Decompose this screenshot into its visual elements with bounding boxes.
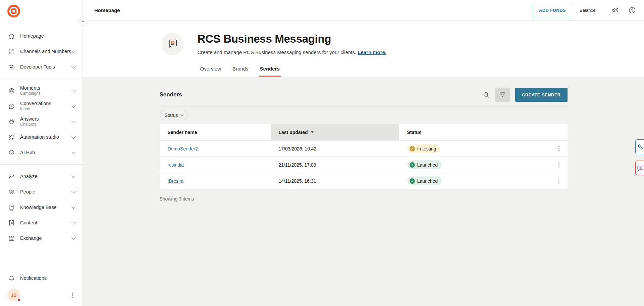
- sidebar: Homepage Channels and Numbers Developer …: [0, 0, 83, 306]
- account-row: JD: [0, 286, 83, 301]
- sender-name-link[interactable]: rcsindia: [168, 162, 184, 168]
- table-header-row: Sender name Last updated Status: [160, 124, 568, 140]
- chevron-down-icon: [71, 150, 76, 154]
- channels-icon: [7, 47, 15, 55]
- chevron-down-icon: [71, 119, 76, 123]
- chevron-down-icon: [71, 103, 76, 108]
- sort-desc-icon: [311, 131, 314, 133]
- chevron-down-icon: [71, 64, 76, 69]
- learn-more-link[interactable]: Learn more.: [358, 49, 386, 55]
- section-title: Senders: [160, 91, 182, 98]
- main-area: Homepage ADD FUNDS Balance: [83, 0, 644, 306]
- status-badge: Launched: [407, 160, 442, 169]
- ai-hub-icon: [7, 148, 15, 157]
- column-header-last-updated[interactable]: Last updated: [271, 124, 399, 140]
- knowledge-base-icon: [7, 203, 15, 211]
- tab-overview[interactable]: Overview: [199, 64, 223, 77]
- chevron-down-icon: [71, 220, 76, 224]
- table-row: DemoSender2 17/03/2026, 10:42 In testing: [160, 140, 568, 157]
- help-icon[interactable]: [627, 6, 637, 15]
- sidebar-item-conversations[interactable]: Conversations Inbox: [0, 98, 83, 114]
- topbar: Homepage ADD FUNDS Balance: [83, 0, 644, 21]
- sidebar-item-homepage[interactable]: Homepage: [0, 28, 83, 44]
- sidebar-item-channels-and-numbers[interactable]: Channels and Numbers: [0, 44, 83, 59]
- chevron-down-icon: [71, 134, 76, 139]
- sidebar-divider: [0, 79, 83, 79]
- logo-inner-ring: [11, 8, 16, 14]
- status-filter-chip[interactable]: Status: [160, 110, 189, 120]
- sidebar-collapse-button[interactable]: «: [78, 16, 88, 26]
- check-circle-icon: [410, 162, 415, 168]
- infobip-logo[interactable]: [0, 0, 83, 17]
- in-progress-icon: [410, 146, 415, 151]
- sender-name-link[interactable]: IBrcsInt: [168, 178, 183, 184]
- breadcrumb[interactable]: Homepage: [94, 7, 120, 13]
- topbar-divider: [603, 6, 603, 15]
- notifications-label: Notifications: [20, 275, 76, 281]
- column-header-status[interactable]: Status: [399, 124, 568, 140]
- sidebar-divider: [0, 164, 83, 165]
- balance-label[interactable]: Balance: [580, 8, 595, 13]
- developer-tools-icon: [7, 63, 15, 71]
- sidebar-item-developer-tools[interactable]: Developer Tools: [0, 59, 83, 75]
- page-title: RCS Business Messaging: [198, 33, 387, 45]
- content-icon: [7, 219, 15, 227]
- items-count-text: Showing 3 items: [160, 196, 568, 215]
- automation-studio-icon: [7, 133, 15, 141]
- senders-table: Sender name Last updated Status DemoSend…: [160, 124, 568, 189]
- ai-assistant-flyout-button[interactable]: [635, 161, 644, 175]
- table-row: IBrcsInt 14/11/2025, 16:31 Launched: [160, 173, 568, 189]
- sidebar-item-notifications[interactable]: Notifications: [0, 270, 83, 286]
- last-updated-cell: 17/03/2026, 10:42: [271, 146, 399, 151]
- sidebar-item-automation-studio[interactable]: Automation studio: [0, 129, 83, 145]
- row-actions-kebab-icon[interactable]: [556, 160, 561, 169]
- sidebar-item-ai-hub[interactable]: AI Hub: [0, 145, 83, 160]
- sidebar-item-knowledge-base[interactable]: Knowledge Base: [0, 200, 83, 215]
- tab-brands[interactable]: Brands: [231, 64, 250, 77]
- integrations-flyout-button[interactable]: [635, 139, 644, 154]
- mute-sound-icon[interactable]: [610, 6, 620, 15]
- create-sender-button[interactable]: CREATE SENDER: [515, 88, 567, 102]
- chevron-down-icon: [71, 49, 76, 53]
- home-icon: [7, 32, 15, 40]
- sidebar-item-people[interactable]: People: [0, 184, 83, 200]
- add-funds-button[interactable]: ADD FUNDS: [533, 4, 572, 17]
- sidebar-item-analyze[interactable]: Analyze: [0, 169, 83, 184]
- filter-button[interactable]: [495, 88, 510, 102]
- account-menu-kebab-icon[interactable]: [70, 291, 75, 300]
- presence-dot: [17, 298, 21, 302]
- tab-bar: OverviewBrandsSenders: [199, 64, 568, 77]
- sidebar-bottom: Notifications JD: [0, 267, 83, 306]
- exchange-icon: [7, 234, 15, 242]
- sender-name-link[interactable]: DemoSender2: [168, 146, 198, 151]
- status-badge: Launched: [407, 176, 442, 185]
- people-icon: [7, 188, 15, 196]
- sidebar-item-exchange[interactable]: Exchange: [0, 230, 83, 246]
- senders-section: Senders CREATE SENDER Status: [83, 77, 644, 306]
- answers-icon: [7, 118, 15, 126]
- gears-icon: [637, 143, 644, 150]
- bell-icon: [7, 274, 15, 282]
- analyze-icon: [7, 172, 15, 180]
- column-header-sender-name[interactable]: Sender name: [160, 124, 271, 140]
- rcs-product-icon: [162, 33, 184, 55]
- search-icon[interactable]: [480, 89, 492, 100]
- sidebar-nav: Homepage Channels and Numbers Developer …: [0, 28, 83, 267]
- row-actions-kebab-icon[interactable]: [556, 144, 561, 153]
- row-actions-kebab-icon[interactable]: [556, 176, 561, 185]
- last-updated-cell: 14/11/2025, 16:31: [271, 178, 399, 184]
- logo-outer-ring: [7, 5, 20, 17]
- toolbar-divider: [160, 106, 568, 106]
- conversations-icon: [7, 102, 15, 110]
- chevron-down-icon: [71, 189, 76, 193]
- user-avatar[interactable]: JD: [7, 289, 20, 301]
- check-circle-icon: [410, 178, 415, 184]
- sidebar-item-answers[interactable]: Answers Chatbots: [0, 114, 83, 129]
- page-subtitle: Create and manage RCS Business Messaging…: [198, 49, 387, 55]
- chevron-down-icon: [180, 113, 184, 116]
- sidebar-item-moments[interactable]: Moments Campaigns: [0, 83, 83, 98]
- tab-senders[interactable]: Senders: [259, 64, 281, 77]
- page-header-section: RCS Business Messaging Create and manage…: [83, 21, 644, 77]
- sidebar-item-content[interactable]: Content: [0, 215, 83, 230]
- moments-icon: [7, 87, 15, 95]
